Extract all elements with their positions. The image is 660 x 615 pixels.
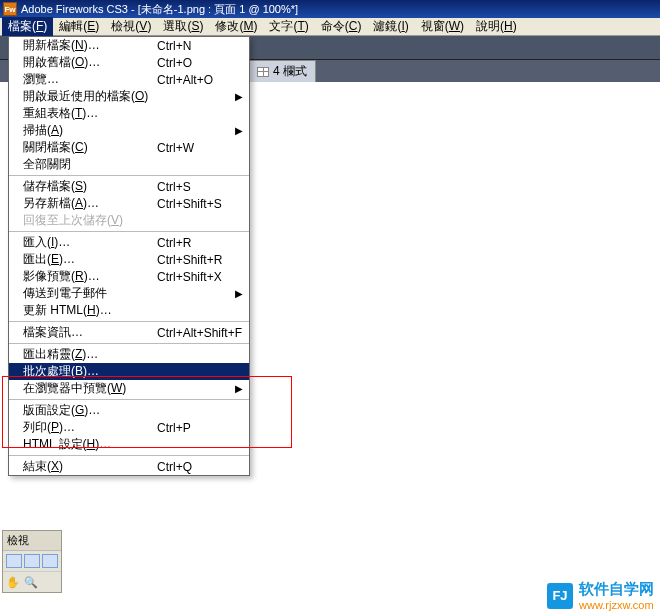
file-menu-item[interactable]: 另存新檔(A)…Ctrl+Shift+S xyxy=(9,195,249,212)
view-mode-1-icon[interactable] xyxy=(6,554,22,568)
menu-item-label: 開啟最近使用的檔案(O) xyxy=(23,88,157,105)
tab-row: 4 欄式 xyxy=(248,61,316,81)
menu-item-shortcut: Ctrl+R xyxy=(157,236,243,250)
menu-item-shortcut: Ctrl+S xyxy=(157,180,243,194)
file-menu-item[interactable]: 影像預覽(R)…Ctrl+Shift+X xyxy=(9,268,249,285)
menu-item-label: 重組表格(T)… xyxy=(23,105,157,122)
menu-item-label: 開啟舊檔(O)… xyxy=(23,54,157,71)
window-titlebar: Fw Adobe Fireworks CS3 - [未命名-1.png : 頁面… xyxy=(0,0,660,18)
menu-item-label: 回復至上次儲存(V) xyxy=(23,212,157,229)
menu-item-shortcut: Ctrl+O xyxy=(157,56,243,70)
view-mode-2-icon[interactable] xyxy=(24,554,40,568)
file-menu-item[interactable]: 匯入(I)…Ctrl+R xyxy=(9,234,249,251)
file-menu-item[interactable]: 匯出精靈(Z)… xyxy=(9,346,249,363)
menu-i[interactable]: 濾鏡(I) xyxy=(367,17,414,36)
submenu-arrow-icon: ▶ xyxy=(235,288,243,299)
window-title: Adobe Fireworks CS3 - [未命名-1.png : 頁面 1 … xyxy=(21,2,298,17)
watermark: FJ 软件自学网 www.rjzxw.com xyxy=(547,580,654,611)
menu-c[interactable]: 命令(C) xyxy=(315,17,368,36)
submenu-arrow-icon: ▶ xyxy=(235,125,243,136)
menu-item-label: 關閉檔案(C) xyxy=(23,139,157,156)
menu-item-shortcut: Ctrl+W xyxy=(157,141,243,155)
app-logo-icon: Fw xyxy=(3,2,17,16)
menu-v[interactable]: 檢視(V) xyxy=(105,17,157,36)
menu-item-label: 掃描(A) xyxy=(23,122,157,139)
menu-item-label: 檔案資訊… xyxy=(23,324,157,341)
menu-item-label: 傳送到電子郵件 xyxy=(23,285,157,302)
watermark-url: www.rjzxw.com xyxy=(579,599,654,611)
file-menu-item[interactable]: 匯出(E)…Ctrl+Shift+R xyxy=(9,251,249,268)
file-menu-item[interactable]: 結束(X)Ctrl+Q xyxy=(9,458,249,475)
menu-e[interactable]: 編輯(E) xyxy=(53,17,105,36)
file-menu-item[interactable]: 開啟最近使用的檔案(O)▶ xyxy=(9,88,249,105)
annotation-highlight-box xyxy=(2,376,292,448)
menu-item-label: 影像預覽(R)… xyxy=(23,268,157,285)
zoom-tool-icon[interactable] xyxy=(24,575,38,589)
menu-w[interactable]: 視窗(W) xyxy=(415,17,470,36)
file-menu-item[interactable]: 儲存檔案(S)Ctrl+S xyxy=(9,178,249,195)
file-menu-item[interactable]: 更新 HTML(H)… xyxy=(9,302,249,319)
menu-item-shortcut: Ctrl+N xyxy=(157,39,243,53)
menu-item-shortcut: Ctrl+Shift+S xyxy=(157,197,243,211)
file-menu-item[interactable]: 掃描(A)▶ xyxy=(9,122,249,139)
menu-m[interactable]: 修改(M) xyxy=(209,17,263,36)
watermark-logo-icon: FJ xyxy=(547,583,573,609)
menu-item-label: 另存新檔(A)… xyxy=(23,195,157,212)
menu-item-shortcut: Ctrl+Alt+O xyxy=(157,73,243,87)
file-menu-item[interactable]: 重組表格(T)… xyxy=(9,105,249,122)
menu-item-label: 開新檔案(N)… xyxy=(23,37,157,54)
menu-h[interactable]: 說明(H) xyxy=(470,17,523,36)
tab-layout-4col[interactable]: 4 欄式 xyxy=(248,60,316,82)
grid-icon xyxy=(257,67,269,77)
menu-item-label: 結束(X) xyxy=(23,458,157,475)
menu-f[interactable]: 檔案(F) xyxy=(2,17,53,36)
menu-item-label: 儲存檔案(S) xyxy=(23,178,157,195)
file-menu-item[interactable]: 開新檔案(N)…Ctrl+N xyxy=(9,37,249,54)
menu-item-label: 匯入(I)… xyxy=(23,234,157,251)
menu-item-label: 匯出(E)… xyxy=(23,251,157,268)
hand-tool-icon[interactable] xyxy=(6,575,20,589)
view-mode-3-icon[interactable] xyxy=(42,554,58,568)
tools-panel-header: 檢視 xyxy=(3,531,61,551)
menu-s[interactable]: 選取(S) xyxy=(157,17,209,36)
file-menu-item: 回復至上次儲存(V) xyxy=(9,212,249,229)
menu-item-shortcut: Ctrl+Alt+Shift+F xyxy=(157,326,243,340)
menu-item-label: 更新 HTML(H)… xyxy=(23,302,157,319)
main-menubar: 檔案(F)編輯(E)檢視(V)選取(S)修改(M)文字(T)命令(C)濾鏡(I)… xyxy=(0,18,660,36)
tab-label: 4 欄式 xyxy=(273,63,307,80)
menu-item-label: 匯出精靈(Z)… xyxy=(23,346,157,363)
file-menu-item[interactable]: 瀏覽…Ctrl+Alt+O xyxy=(9,71,249,88)
menu-item-shortcut: Ctrl+Q xyxy=(157,460,243,474)
menu-t[interactable]: 文字(T) xyxy=(263,17,314,36)
menu-item-label: 全部關閉 xyxy=(23,156,157,173)
menu-item-shortcut: Ctrl+Shift+X xyxy=(157,270,243,284)
file-menu-item[interactable]: 全部關閉 xyxy=(9,156,249,173)
file-menu-item[interactable]: 關閉檔案(C)Ctrl+W xyxy=(9,139,249,156)
menu-item-label: 瀏覽… xyxy=(23,71,157,88)
file-menu-item[interactable]: 檔案資訊…Ctrl+Alt+Shift+F xyxy=(9,324,249,341)
tools-panel: 檢視 xyxy=(2,530,62,593)
file-menu-item[interactable]: 開啟舊檔(O)…Ctrl+O xyxy=(9,54,249,71)
submenu-arrow-icon: ▶ xyxy=(235,91,243,102)
menu-item-shortcut: Ctrl+Shift+R xyxy=(157,253,243,267)
file-menu-item[interactable]: 傳送到電子郵件▶ xyxy=(9,285,249,302)
watermark-title: 软件自学网 xyxy=(579,580,654,597)
